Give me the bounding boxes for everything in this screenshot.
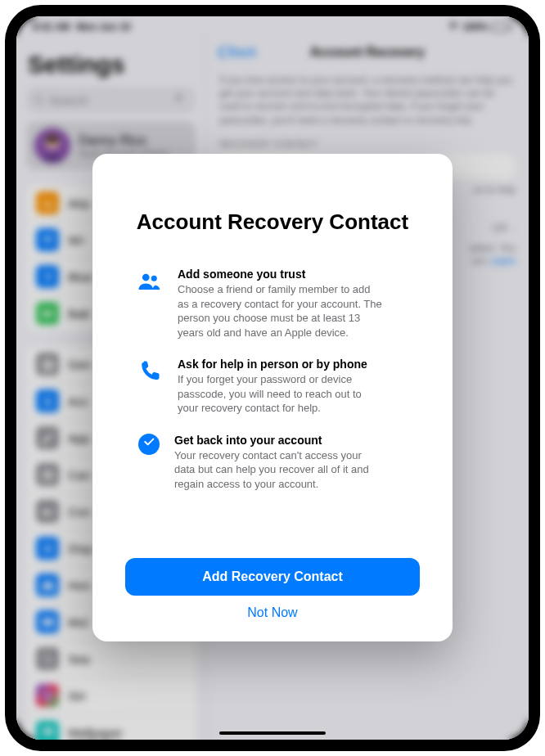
svg-point-13	[142, 274, 150, 281]
home-indicator[interactable]	[219, 731, 326, 735]
add-recovery-contact-button[interactable]: Add Recovery Contact	[125, 558, 420, 596]
feature-body: Choose a friend or family member to add …	[178, 282, 382, 340]
svg-point-14	[151, 276, 157, 281]
feature-row: Get back into your accountYour recovery …	[135, 434, 410, 492]
modal-title: Account Recovery Contact	[125, 209, 420, 235]
feature-title: Get back into your account	[174, 434, 379, 447]
feature-body: If you forget your password or device pa…	[178, 372, 382, 416]
feature-body: Your recovery contact can't access your …	[174, 448, 379, 492]
feature-row: Add someone you trustChoose a friend or …	[135, 268, 410, 340]
people-icon	[135, 268, 163, 340]
check-icon	[138, 434, 160, 455]
feature-title: Add someone you trust	[178, 268, 382, 281]
not-now-button[interactable]: Not Now	[247, 605, 297, 620]
feature-title: Ask for help in person or by phone	[178, 358, 382, 371]
phone-icon	[135, 358, 163, 416]
feature-row: Ask for help in person or by phoneIf you…	[135, 358, 410, 416]
recovery-modal: Account Recovery Contact Add someone you…	[92, 154, 453, 641]
